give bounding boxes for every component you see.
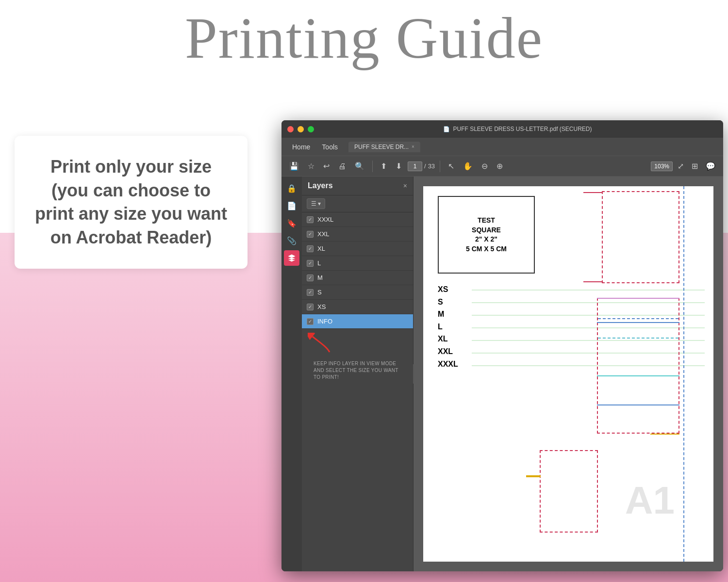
layer-xxl-name: XXL: [317, 230, 330, 238]
page-title-area: Printing Guide: [0, 5, 728, 72]
left-text-box: Print only your size (you can choose to …: [15, 136, 248, 269]
pdf-icon: 📄: [443, 126, 450, 132]
title-bar-text: 📄 PUFF SLEEVE DRESS US-LETTER.pdf (SECUR…: [318, 126, 717, 132]
hand-btn[interactable]: ✋: [460, 160, 476, 173]
layers-hint-text: KEEP INFO LAYER IN VIEW MODE AND SELECT …: [308, 356, 407, 385]
scroll-down-btn[interactable]: ⬇: [393, 160, 405, 173]
layers-options-btn[interactable]: ☰ ▾: [307, 198, 325, 209]
layer-l-checkbox[interactable]: ✓: [307, 260, 314, 267]
cursor-btn[interactable]: ↖: [445, 160, 457, 173]
page-nav: 1 / 33: [408, 162, 435, 171]
pages-icon-btn[interactable]: 📄: [284, 198, 299, 213]
close-button[interactable]: [287, 126, 294, 132]
layer-s-name: S: [317, 289, 322, 296]
pattern-piece-3: [540, 450, 598, 533]
layers-header: Layers ×: [302, 177, 413, 195]
accent-line-2: [597, 322, 679, 323]
layers-icon-btn[interactable]: [284, 250, 299, 266]
layer-xxl[interactable]: ✓ XXL: [302, 227, 413, 242]
layer-info-name: INFO: [317, 318, 332, 325]
document-title: PUFF SLEEVE DRESS US-LETTER.pdf (SECURED…: [453, 126, 592, 132]
search-btn[interactable]: 🔍: [352, 160, 367, 173]
test-square-box: TEST SQUARE 2" X 2" 5 CM X 5 CM: [438, 196, 535, 274]
size-xl: XL: [438, 333, 458, 345]
hint-area: KEEP INFO LAYER IN VIEW MODE AND SELECT …: [302, 329, 413, 389]
zoom-value[interactable]: 103%: [651, 162, 673, 171]
layer-xs[interactable]: ✓ XS: [302, 300, 413, 314]
size-m: M: [438, 308, 458, 321]
red-arrow-icon: [308, 333, 334, 355]
test-square-text: TEST SQUARE 2" X 2" 5 CM X 5 CM: [463, 216, 510, 254]
test-square-line1: TEST SQUARE: [472, 216, 501, 234]
maximize-button[interactable]: [308, 126, 314, 132]
layer-m[interactable]: ✓ M: [302, 271, 413, 285]
piece2-line1: [598, 318, 678, 319]
layout-btn[interactable]: ⊞: [689, 160, 701, 173]
menu-home[interactable]: Home: [287, 141, 315, 153]
pattern-piece-1: [602, 191, 679, 283]
menu-tools[interactable]: Tools: [317, 141, 343, 153]
tab-close-btn[interactable]: ×: [412, 144, 414, 149]
layer-l[interactable]: ✓ L: [302, 256, 413, 271]
accent-line-4: [597, 404, 679, 405]
fit-btn[interactable]: ⤢: [675, 160, 687, 173]
attachments-icon-btn[interactable]: 📎: [284, 233, 299, 248]
size-s: S: [438, 296, 458, 308]
content-area: 🔒 📄 🔖 📎 Layers × ☰ ▾ ✓ XXXL: [281, 177, 723, 571]
layer-xs-checkbox[interactable]: ✓: [307, 304, 314, 310]
share-btn[interactable]: ↩: [320, 160, 332, 173]
dotted-border-right: [683, 186, 684, 562]
title-bar: 📄 PUFF SLEEVE DRESS US-LETTER.pdf (SECUR…: [281, 120, 723, 138]
left-text: Print only your size (you can choose to …: [32, 155, 231, 249]
pdf-view: TEST SQUARE 2" X 2" 5 CM X 5 CM XS S M L…: [414, 177, 723, 571]
layer-xl-name: XL: [317, 245, 325, 252]
lock-icon-btn[interactable]: 🔒: [284, 180, 299, 196]
layer-xl-checkbox[interactable]: ✓: [307, 245, 314, 252]
comment-btn[interactable]: 💬: [703, 160, 718, 173]
layer-m-checkbox[interactable]: ✓: [307, 275, 314, 281]
layers-close-btn[interactable]: ×: [403, 182, 407, 190]
print-btn[interactable]: 🖨: [335, 160, 349, 173]
document-tab[interactable]: PUFF SLEEVE DR... ×: [348, 142, 420, 152]
scroll-up-btn[interactable]: ⬆: [378, 160, 390, 173]
layer-xl[interactable]: ✓ XL: [302, 242, 413, 256]
layer-xs-name: XS: [317, 303, 326, 310]
menu-bar: Home Tools PUFF SLEEVE DR... ×: [281, 138, 723, 156]
test-square-line3: 5 CM X 5 CM: [466, 245, 507, 253]
layer-xxxl[interactable]: ✓ XXXL: [302, 212, 413, 227]
accent-line-3: [597, 375, 679, 376]
toolbar: 💾 ☆ ↩ 🖨 🔍 ⬆ ⬇ 1 / 33 ↖ ✋ ⊖ ⊕ 103% ⤢ ⊞ 💬: [281, 156, 723, 177]
pattern-piece-1-ext: [583, 192, 603, 282]
layers-toolbar: ☰ ▾: [302, 195, 413, 212]
layer-l-name: L: [317, 259, 321, 267]
bookmarks-icon-btn[interactable]: 🔖: [284, 215, 299, 231]
layer-s[interactable]: ✓ S: [302, 285, 413, 300]
minimize-button[interactable]: [298, 126, 304, 132]
sidebar-icons: 🔒 📄 🔖 📎: [281, 177, 302, 571]
bookmark-btn[interactable]: ☆: [305, 160, 317, 173]
accent-line-1: [597, 298, 679, 299]
layers-panel-title: Layers: [308, 181, 333, 190]
size-xs: XS: [438, 283, 458, 296]
page-title: Printing Guide: [185, 6, 543, 70]
size-xxxl: XXXL: [438, 358, 458, 371]
layer-xxxl-checkbox[interactable]: ✓: [307, 216, 314, 223]
layer-m-name: M: [317, 274, 323, 281]
a1-watermark: A1: [625, 478, 675, 523]
layer-s-checkbox[interactable]: ✓: [307, 289, 314, 296]
layer-xxxl-name: XXXL: [317, 216, 333, 223]
test-square-line2: 2" X 2": [475, 235, 497, 243]
piece2-line2: [598, 338, 678, 339]
layer-info-checkbox[interactable]: ✓: [307, 318, 314, 325]
layers-panel: Layers × ☰ ▾ ✓ XXXL ✓ XXL ✓ XL ✓ L: [302, 177, 414, 571]
save-btn[interactable]: 💾: [286, 160, 302, 173]
size-l: L: [438, 321, 458, 333]
layer-xxl-checkbox[interactable]: ✓: [307, 231, 314, 238]
zoom-out-btn[interactable]: ⊖: [479, 160, 491, 173]
page-input[interactable]: 1: [408, 162, 422, 171]
zoom-in-btn[interactable]: ⊕: [494, 160, 506, 173]
layer-info[interactable]: ✓ INFO: [302, 314, 413, 329]
acrobat-window: 📄 PUFF SLEEVE DRESS US-LETTER.pdf (SECUR…: [281, 120, 723, 571]
page-sep: /: [424, 162, 426, 170]
page-total: 33: [428, 162, 435, 170]
